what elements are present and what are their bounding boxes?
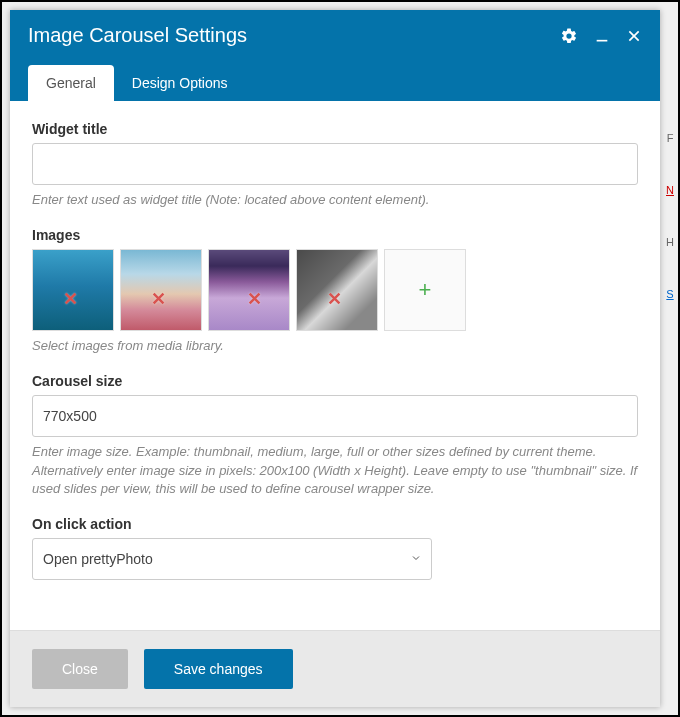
carousel-size-label: Carousel size — [32, 373, 638, 389]
modal-body[interactable]: Widget title Enter text used as widget t… — [10, 101, 660, 630]
add-image-button[interactable]: + — [384, 249, 466, 331]
image-thumbnails: ✕ ✕ ✕ ✕ + — [32, 249, 638, 331]
field-widget-title: Widget title Enter text used as widget t… — [32, 121, 638, 209]
remove-image-icon[interactable]: ✕ — [247, 288, 262, 310]
save-button[interactable]: Save changes — [144, 649, 293, 689]
settings-modal: Image Carousel Settings General Design O… — [10, 10, 660, 707]
images-hint: Select images from media library. — [32, 337, 638, 355]
image-thumb[interactable]: ✕ — [120, 249, 202, 331]
widget-title-hint: Enter text used as widget title (Note: l… — [32, 191, 638, 209]
carousel-size-input[interactable] — [32, 395, 638, 437]
widget-title-label: Widget title — [32, 121, 638, 137]
remove-image-icon[interactable]: ✕ — [151, 288, 166, 310]
modal-footer: Close Save changes — [10, 630, 660, 707]
close-button[interactable]: Close — [32, 649, 128, 689]
carousel-size-hint: Enter image size. Example: thumbnail, me… — [32, 443, 638, 498]
on-click-label: On click action — [32, 516, 638, 532]
plus-icon: + — [419, 277, 432, 303]
field-on-click: On click action Open prettyPhoto — [32, 516, 638, 580]
images-label: Images — [32, 227, 638, 243]
modal-title: Image Carousel Settings — [28, 24, 247, 47]
field-carousel-size: Carousel size Enter image size. Example:… — [32, 373, 638, 498]
gear-icon[interactable] — [560, 27, 578, 45]
tab-design-options[interactable]: Design Options — [114, 65, 246, 101]
remove-image-icon[interactable]: ✕ — [327, 288, 342, 310]
background-peek: F N H S — [664, 122, 676, 705]
modal-header: Image Carousel Settings General Design O… — [10, 10, 660, 101]
close-icon[interactable] — [626, 28, 642, 44]
remove-image-icon[interactable]: ✕ — [63, 288, 78, 310]
tab-bar: General Design Options — [28, 65, 642, 101]
minimize-icon[interactable] — [594, 28, 610, 44]
tab-general[interactable]: General — [28, 65, 114, 101]
on-click-select[interactable]: Open prettyPhoto — [32, 538, 432, 580]
image-thumb[interactable]: ✕ — [208, 249, 290, 331]
image-thumb[interactable]: ✕ — [32, 249, 114, 331]
widget-title-input[interactable] — [32, 143, 638, 185]
image-thumb[interactable]: ✕ — [296, 249, 378, 331]
field-images: Images ✕ ✕ ✕ ✕ + Select images from medi… — [32, 227, 638, 355]
